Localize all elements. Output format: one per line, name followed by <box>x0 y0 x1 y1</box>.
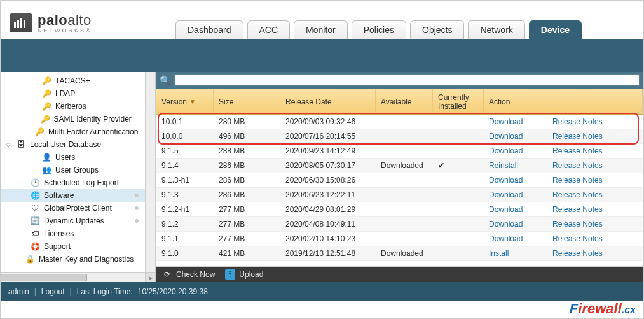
table-row[interactable]: 9.1.0421 MB2019/12/13 12:51:48Downloaded… <box>156 246 643 261</box>
col-available[interactable]: Available <box>376 89 433 114</box>
cell-size: 277 MB <box>214 205 280 214</box>
sidebar-item-label: Licenses <box>44 229 74 238</box>
brand-logo: paloalto NETWORKS® <box>1 7 101 39</box>
tab-acc[interactable]: ACC <box>247 20 291 39</box>
cell-date: 2020/09/03 09:32:46 <box>280 117 376 126</box>
cell-notes-link[interactable]: Release Notes <box>552 132 603 141</box>
table-row[interactable]: 9.1.3286 MB2020/06/23 12:22:11DownloadRe… <box>156 188 643 202</box>
sidebar-item-saml-identity-provider[interactable]: 🔑SAML Identity Provider <box>1 113 145 125</box>
lock-icon: 🔒 <box>25 254 35 264</box>
cell-available: Downloaded <box>376 161 433 170</box>
sidebar-item-multi-factor-authentication[interactable]: 🔑Multi Factor Authentication <box>1 125 145 138</box>
cell-notes: Release Notes <box>547 161 643 170</box>
sidebar-item-globalprotect-client[interactable]: 🛡GlobalProtect Client <box>1 202 145 215</box>
sidebar-item-label: Master Key and Diagnostics <box>39 255 134 264</box>
table-row[interactable]: 10.0.0496 MB2020/07/16 20:14:55DownloadR… <box>156 129 643 144</box>
main-tabs: DashboardACCMonitorPoliciesObjectsNetwor… <box>175 20 582 39</box>
sidebar-item-licenses[interactable]: 🏷Licenses <box>1 227 145 240</box>
clock-icon: 🕒 <box>30 178 40 188</box>
cell-action-link[interactable]: Install <box>489 249 509 258</box>
cell-notes-link[interactable]: Release Notes <box>552 146 603 155</box>
search-input[interactable] <box>174 74 640 86</box>
tab-objects[interactable]: Objects <box>410 20 464 39</box>
cell-version: 9.1.2-h1 <box>156 205 214 214</box>
cell-action-link[interactable]: Download <box>489 146 523 155</box>
sidebar-item-users[interactable]: 👤Users <box>1 151 145 164</box>
refresh-icon: ⟳ <box>162 269 172 280</box>
table-row[interactable]: 10.0.1280 MB2020/09/03 09:32:46DownloadR… <box>156 115 643 129</box>
sidebar-item-tacacs-[interactable]: 🔑TACACS+ <box>1 74 145 87</box>
check-icon: ✔ <box>438 161 444 170</box>
sidebar-item-kerberos[interactable]: 🔑Kerberos <box>1 100 145 113</box>
sidebar-item-support[interactable]: 🛟Support <box>1 240 145 253</box>
col-version[interactable]: Version▼ <box>156 89 214 114</box>
svg-rect-2 <box>20 18 22 28</box>
sidebar-item-scheduled-log-export[interactable]: 🕒Scheduled Log Export <box>1 176 145 189</box>
sidebar-item-label: Scheduled Log Export <box>44 178 119 187</box>
cell-action-link[interactable]: Download <box>489 176 523 185</box>
cell-notes: Release Notes <box>547 190 643 199</box>
cell-notes-link[interactable]: Release Notes <box>552 190 603 199</box>
table-row[interactable]: 9.1.2-h1277 MB2020/04/29 08:01:29Downloa… <box>156 202 643 217</box>
col-size[interactable]: Size <box>214 89 280 114</box>
search-icon[interactable]: 🔍 <box>160 75 170 85</box>
col-currently-installed[interactable]: Currently Installed <box>433 89 484 114</box>
col-action[interactable]: Action <box>484 89 547 114</box>
table-row[interactable]: 9.1.1277 MB2020/02/10 14:10:23DownloadRe… <box>156 232 643 246</box>
db-icon: 🗄 <box>16 139 26 150</box>
cell-notes: Release Notes <box>547 234 643 243</box>
cell-date: 2019/12/13 12:51:48 <box>280 249 376 258</box>
key-icon: 🔑 <box>41 114 50 124</box>
cell-date: 2020/06/23 12:22:11 <box>280 190 376 199</box>
svg-rect-0 <box>14 22 16 28</box>
key-icon: 🔑 <box>41 76 51 86</box>
col-release-date[interactable]: Release Date <box>280 89 376 114</box>
software-table: Version▼ Size Release Date Available Cur… <box>156 89 643 267</box>
tab-policies[interactable]: Policies <box>352 20 406 39</box>
sidebar-item-dynamic-updates[interactable]: 🔄Dynamic Updates <box>1 215 145 227</box>
sidebar-item-ldap[interactable]: 🔑LDAP <box>1 87 145 100</box>
sidebar-item-user-groups[interactable]: 👥User Groups <box>1 164 145 176</box>
sidebar-item-master-key-and-diagnostics[interactable]: 🔒Master Key and Diagnostics <box>1 253 145 266</box>
table-row[interactable]: 9.1.4286 MB2020/08/05 07:30:17Downloaded… <box>156 159 643 173</box>
tab-device[interactable]: Device <box>529 20 582 39</box>
cell-action-link[interactable]: Reinstall <box>489 161 518 170</box>
tab-dashboard[interactable]: Dashboard <box>175 20 243 39</box>
cell-notes-link[interactable]: Release Notes <box>552 117 603 126</box>
table-row[interactable]: 9.1.5288 MB2020/09/23 14:12:49DownloadRe… <box>156 144 643 159</box>
indicator-dot <box>135 206 139 210</box>
cell-size: 286 MB <box>214 161 280 170</box>
cell-notes-link[interactable]: Release Notes <box>552 249 603 258</box>
sidebar-item-local-user-database[interactable]: ▽🗄Local User Database <box>1 138 145 151</box>
cell-date: 2020/06/30 15:08:26 <box>280 176 376 185</box>
col-notes[interactable] <box>547 89 643 114</box>
cell-action-link[interactable]: Download <box>489 190 523 199</box>
cell-notes-link[interactable]: Release Notes <box>552 161 603 170</box>
table-row[interactable]: 9.1.2277 MB2020/04/08 10:49:11DownloadRe… <box>156 217 643 232</box>
cell-action: Install <box>484 249 547 258</box>
cell-version: 9.1.4 <box>156 161 214 170</box>
cell-notes-link[interactable]: Release Notes <box>552 176 603 185</box>
cell-action-link[interactable]: Download <box>489 117 523 126</box>
cell-action-link[interactable]: Download <box>489 205 523 214</box>
cell-action-link[interactable]: Download <box>489 234 523 243</box>
cell-action-link[interactable]: Download <box>489 132 523 141</box>
upload-button[interactable]: ⭱ Upload <box>225 269 263 280</box>
cell-notes-link[interactable]: Release Notes <box>552 220 603 229</box>
cell-action-link[interactable]: Download <box>489 220 523 229</box>
cell-action: Download <box>484 234 547 243</box>
check-now-button[interactable]: ⟳ Check Now <box>162 269 215 280</box>
table-row[interactable]: 9.1.3-h1286 MB2020/06/30 15:08:26Downloa… <box>156 173 643 188</box>
cell-notes-link[interactable]: Release Notes <box>552 234 603 243</box>
sidebar-h-scrollbar[interactable]: ▸ <box>1 272 155 282</box>
sidebar-item-software[interactable]: 🌐Software <box>1 189 145 202</box>
tab-monitor[interactable]: Monitor <box>294 20 348 39</box>
logout-link[interactable]: Logout <box>41 287 65 296</box>
tab-network[interactable]: Network <box>468 20 524 39</box>
cell-notes: Release Notes <box>547 220 643 229</box>
cell-notes-link[interactable]: Release Notes <box>552 205 603 214</box>
cell-action: Download <box>484 117 547 126</box>
sidebar-item-label: TACACS+ <box>55 76 90 85</box>
sidebar-scrollbar[interactable] <box>145 72 155 272</box>
license-icon: 🏷 <box>30 229 40 239</box>
